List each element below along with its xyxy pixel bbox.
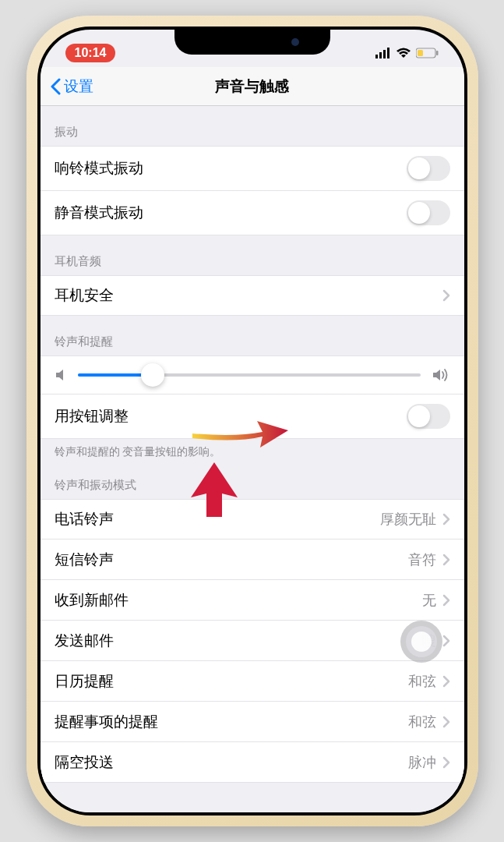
back-button[interactable]: 设置 — [50, 76, 93, 97]
chevron-right-icon — [442, 756, 450, 769]
nav-bar: 设置 声音与触感 — [41, 67, 464, 106]
svg-rect-5 — [418, 50, 423, 56]
assistive-touch[interactable] — [400, 621, 442, 663]
row-ringtone[interactable]: 电话铃声 厚颜无耻 — [41, 499, 464, 540]
svg-rect-3 — [387, 48, 389, 58]
group-ringer: 用按钮调整 — [41, 356, 464, 439]
front-camera — [291, 38, 299, 46]
toggle-ring-vibrate[interactable] — [407, 156, 450, 181]
assistive-core — [411, 632, 432, 652]
row-ring-vibrate[interactable]: 响铃模式振动 — [41, 146, 464, 191]
chevron-right-icon — [442, 594, 450, 607]
chevron-right-icon — [442, 513, 450, 525]
section-footer-ringer: 铃声和提醒的 变音量按钮的影响。 — [41, 439, 464, 459]
row-label: 隔空投送 — [55, 752, 408, 773]
row-label: 耳机安全 — [55, 285, 442, 306]
chevron-right-icon — [442, 635, 450, 647]
chevron-right-icon — [442, 554, 450, 566]
group-headphone: 耳机安全 — [41, 275, 464, 316]
content-scroll[interactable]: 振动 响铃模式振动 静音模式振动 耳机音频 耳机安全 — [41, 106, 464, 812]
cellular-icon — [375, 48, 391, 58]
back-label: 设置 — [64, 76, 93, 97]
row-reminder-alert[interactable]: 提醒事项的提醒 和弦 — [41, 702, 464, 742]
status-time: 10:14 — [65, 44, 116, 62]
row-value: 厚颜无耻 — [380, 510, 436, 529]
row-label: 静音模式振动 — [55, 203, 407, 223]
section-header-headphone: 耳机音频 — [41, 235, 464, 275]
chevron-right-icon — [442, 716, 450, 728]
row-calendar-alert[interactable]: 日历提醒 和弦 — [41, 661, 464, 702]
row-label: 发送邮件 — [55, 631, 422, 651]
battery-icon — [416, 48, 439, 58]
wifi-icon — [396, 48, 411, 58]
section-header-vibration: 振动 — [41, 106, 464, 146]
phone-frame: 10:14 设置 声音与触感 振动 — [26, 16, 478, 826]
row-volume-slider — [41, 356, 464, 394]
row-label: 短信铃声 — [55, 550, 408, 570]
row-label: 响铃模式振动 — [55, 158, 407, 179]
group-vibration: 响铃模式振动 静音模式振动 — [41, 146, 464, 235]
row-value: 脉冲 — [408, 753, 436, 772]
row-value: 无 — [422, 591, 436, 610]
screen: 10:14 设置 声音与触感 振动 — [41, 30, 464, 812]
slider-thumb[interactable] — [141, 363, 164, 387]
page-title: 声音与触感 — [215, 76, 289, 97]
notch — [174, 30, 330, 55]
row-value: 和弦 — [408, 713, 436, 731]
chevron-left-icon — [50, 78, 61, 95]
toggle-button-adjust[interactable] — [407, 404, 450, 429]
assistive-inner — [406, 626, 437, 657]
row-label: 电话铃声 — [55, 509, 380, 529]
svg-rect-6 — [436, 51, 439, 55]
row-airdrop[interactable]: 隔空投送 脉冲 — [41, 742, 464, 783]
row-label: 收到新邮件 — [55, 590, 422, 610]
row-button-adjust[interactable]: 用按钮调整 — [41, 394, 464, 439]
status-right — [375, 48, 439, 58]
row-new-mail[interactable]: 收到新邮件 无 — [41, 580, 464, 621]
row-headphone-safety[interactable]: 耳机安全 — [41, 275, 464, 316]
volume-high-icon — [432, 367, 450, 383]
svg-rect-0 — [375, 55, 378, 58]
volume-low-icon — [55, 368, 67, 382]
row-silent-vibrate[interactable]: 静音模式振动 — [41, 191, 464, 235]
volume-slider[interactable] — [78, 373, 421, 377]
chevron-right-icon — [442, 675, 450, 688]
row-label: 用按钮调整 — [55, 406, 407, 426]
row-value: 和弦 — [408, 672, 436, 691]
toggle-silent-vibrate[interactable] — [407, 200, 450, 225]
section-header-sounds: 铃声和振动模式 — [41, 459, 464, 499]
chevron-right-icon — [442, 289, 450, 302]
section-header-ringer: 铃声和提醒 — [41, 316, 464, 356]
phone-bezel: 10:14 设置 声音与触感 振动 — [37, 27, 467, 815]
svg-rect-2 — [383, 50, 386, 58]
row-label: 提醒事项的提醒 — [55, 712, 408, 732]
row-label: 日历提醒 — [55, 671, 408, 692]
svg-rect-1 — [379, 52, 382, 58]
row-value: 音符 — [408, 550, 436, 569]
row-text-tone[interactable]: 短信铃声 音符 — [41, 540, 464, 580]
